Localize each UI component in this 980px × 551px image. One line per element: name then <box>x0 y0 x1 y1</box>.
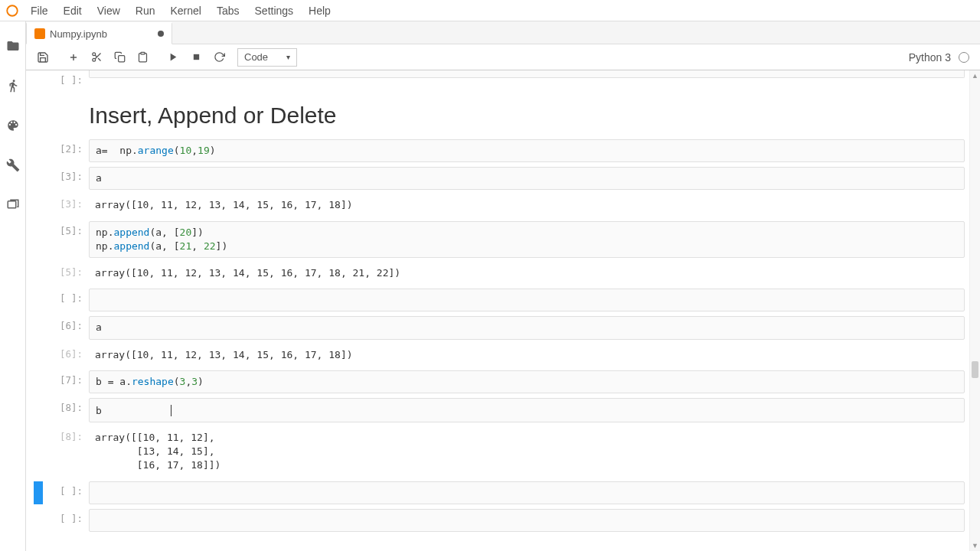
scrollbar[interactable]: ▲ ▼ <box>969 70 980 551</box>
tabs-icon[interactable] <box>5 197 21 213</box>
cell-input[interactable] <box>89 481 965 504</box>
cell-prompt: [ ]: <box>46 509 89 532</box>
cell-prompt: [ ]: <box>46 481 89 504</box>
menu-kernel[interactable]: Kernel <box>162 0 208 21</box>
cell-input[interactable]: b = a.reshape(3,3) <box>89 370 965 393</box>
unsaved-indicator-icon <box>158 31 164 37</box>
restart-button[interactable] <box>208 47 230 67</box>
code-cell[interactable]: [ ]: <box>34 289 965 311</box>
tab-bar: Numpy.ipynb <box>26 21 980 44</box>
code-cell[interactable]: [3]:a <box>34 167 965 190</box>
cell-prompt: [2]: <box>46 139 89 162</box>
kernel-status-icon[interactable] <box>959 52 969 63</box>
cell-prompt: [7]: <box>46 370 89 393</box>
cell-prompt: [8]: <box>46 398 89 422</box>
cell-output: array([10, 11, 12, 13, 14, 15, 16, 17, 1… <box>89 262 965 284</box>
paste-button[interactable] <box>132 47 153 67</box>
cell-prompt: [5]: <box>46 262 89 284</box>
svg-rect-1 <box>8 201 16 208</box>
cell-prompt: [3]: <box>46 194 89 216</box>
cell-input[interactable] <box>89 289 965 311</box>
cell-output: array([10, 11, 12, 13, 14, 15, 16, 17, 1… <box>89 194 965 216</box>
code-cell[interactable]: [8]:b <box>34 398 965 422</box>
cell-output: array([[10, 11, 12], [13, 14, 15], [16, … <box>89 427 965 477</box>
menubar: File Edit View Run Kernel Tabs Settings … <box>0 0 980 21</box>
output-cell[interactable]: [3]:array([10, 11, 12, 13, 14, 15, 16, 1… <box>34 194 965 216</box>
scroll-down-icon[interactable]: ▼ <box>970 540 980 551</box>
code-cell[interactable]: [ ]: <box>34 509 965 532</box>
menu-settings[interactable]: Settings <box>247 0 302 21</box>
wrench-icon[interactable] <box>5 158 21 173</box>
cut-button[interactable] <box>86 47 107 67</box>
left-sidebar <box>0 21 26 551</box>
add-cell-button[interactable] <box>63 47 84 67</box>
cell-prompt: [5]: <box>46 221 89 258</box>
cell-input[interactable]: a= np.arange(10,19) <box>89 139 965 162</box>
tab-title: Numpy.ipynb <box>50 28 107 40</box>
stop-button[interactable] <box>185 47 207 67</box>
cell-input[interactable]: np.append(a, [20]) np.append(a, [21, 22]… <box>89 221 965 258</box>
svg-marker-11 <box>170 54 176 61</box>
menu-tabs[interactable]: Tabs <box>209 0 247 21</box>
notebook-area[interactable]: [ ]: Insert, Append or Delete [2]:a= np.… <box>26 70 980 551</box>
cell-prompt: [3]: <box>46 167 89 190</box>
notebook-toolbar: Code ▾ Python 3 <box>26 44 980 70</box>
cell-prompt: [6]: <box>46 344 89 366</box>
running-icon[interactable] <box>5 78 21 93</box>
cell-prompt: [ ]: <box>46 70 89 86</box>
chevron-down-icon: ▾ <box>286 53 290 61</box>
menu-file[interactable]: File <box>23 0 56 21</box>
cell-input[interactable]: a <box>89 167 965 190</box>
svg-rect-12 <box>193 54 198 60</box>
palette-icon[interactable] <box>5 118 21 133</box>
code-cell[interactable]: [5]:np.append(a, [20]) np.append(a, [21,… <box>34 221 965 258</box>
svg-rect-10 <box>141 52 145 54</box>
cell-input[interactable]: b <box>89 398 965 422</box>
code-cell[interactable]: [7]:b = a.reshape(3,3) <box>34 370 965 393</box>
svg-rect-9 <box>118 56 124 62</box>
celltype-value: Code <box>244 51 268 63</box>
svg-point-0 <box>7 5 18 16</box>
jupyter-logo <box>2 0 23 21</box>
menu-help[interactable]: Help <box>301 0 338 21</box>
save-button[interactable] <box>32 47 54 67</box>
code-cell[interactable]: [6]:a <box>34 316 965 339</box>
menu-run[interactable]: Run <box>128 0 163 21</box>
code-cell[interactable]: [2]:a= np.arange(10,19) <box>34 139 965 162</box>
celltype-select[interactable]: Code ▾ <box>237 48 297 67</box>
markdown-cell[interactable]: Insert, Append or Delete <box>34 90 965 135</box>
cell-output: array([10, 11, 12, 13, 14, 15, 16, 17, 1… <box>89 344 965 366</box>
svg-line-8 <box>95 55 96 57</box>
notebook-tab[interactable]: Numpy.ipynb <box>26 22 172 44</box>
scroll-thumb[interactable] <box>972 361 978 378</box>
run-button[interactable] <box>162 47 184 67</box>
cell-prompt: [8]: <box>46 427 89 477</box>
output-cell[interactable]: [6]:array([10, 11, 12, 13, 14, 15, 16, 1… <box>34 344 965 366</box>
notebook-icon <box>34 28 45 39</box>
copy-button[interactable] <box>109 47 130 67</box>
menu-view[interactable]: View <box>90 0 128 21</box>
cell-input[interactable]: a <box>89 316 965 339</box>
code-cell[interactable]: [ ]: <box>34 481 965 504</box>
svg-line-7 <box>98 58 100 60</box>
folder-icon[interactable] <box>5 38 21 54</box>
scroll-up-icon[interactable]: ▲ <box>970 70 980 81</box>
code-cell[interactable]: [ ]: <box>34 70 965 86</box>
output-cell[interactable]: [5]:array([10, 11, 12, 13, 14, 15, 16, 1… <box>34 262 965 284</box>
cell-prompt: [ ]: <box>46 289 89 311</box>
cell-input[interactable] <box>89 509 965 532</box>
menu-edit[interactable]: Edit <box>56 0 90 21</box>
cell-prompt: [6]: <box>46 316 89 339</box>
heading: Insert, Append or Delete <box>89 103 965 129</box>
output-cell[interactable]: [8]:array([[10, 11, 12], [13, 14, 15], [… <box>34 427 965 477</box>
kernel-name[interactable]: Python 3 <box>909 51 951 64</box>
